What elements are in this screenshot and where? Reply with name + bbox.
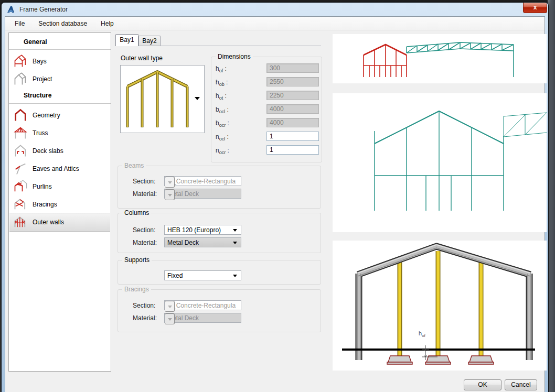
frame-generator-dialog: Frame Generator x File Section database … (1, 2, 549, 392)
purlins-icon (12, 179, 29, 194)
sidebar-item-eaves-attics[interactable]: Eaves and Attics (9, 160, 110, 178)
sidebar-item-purlins[interactable]: Purlins (9, 178, 110, 195)
hof-input (266, 63, 319, 73)
tab-bay1[interactable]: Bay1 (115, 34, 138, 46)
hof-label: hof : (216, 65, 227, 73)
columns-section-label: Section: (133, 226, 155, 234)
bracings-icon (12, 197, 29, 212)
sidebar-header-general: General (24, 38, 47, 46)
cancel-button[interactable]: Cancel (505, 379, 537, 390)
chevron-down-icon (165, 177, 175, 188)
dimensions-title: Dimensions (216, 53, 253, 60)
chevron-down-icon[interactable] (233, 229, 237, 234)
background-window-sliver (548, 0, 555, 392)
hot-input (266, 91, 319, 100)
tab-bay2[interactable]: Bay2 (138, 36, 161, 46)
hob-input (266, 77, 319, 86)
columns-title: Columns (122, 209, 151, 216)
bocr-input (266, 118, 319, 127)
bracings-title: Bracings (122, 286, 151, 293)
nocl-input[interactable] (266, 132, 319, 141)
beams-material-combo: Metal Deck (164, 189, 241, 199)
sidebar-item-bays[interactable]: Bays (9, 52, 110, 70)
preview-render-bottom: hof (333, 241, 547, 371)
bocl-label: bocl : (216, 106, 229, 114)
sidebar-item-label: Purlins (33, 183, 52, 190)
sidebar-item-geometry[interactable]: Geometry (9, 106, 110, 124)
sidebar-item-project[interactable]: Project (9, 70, 110, 88)
bracings-group: Bracings Section: M_Concrete-Rectangula … (118, 289, 321, 332)
supports-combo[interactable]: Fixed (164, 270, 241, 280)
beams-section-label: Section: (133, 178, 155, 185)
hot-label: hot : (216, 92, 227, 101)
chevron-down-icon (165, 189, 175, 200)
sidebar-item-label: Geometry (33, 112, 60, 119)
beams-section-combo: M_Concrete-Rectangula (164, 176, 241, 186)
dialog-client-area: File Section database Help General Bays (5, 16, 545, 392)
preview-elevation-top (333, 34, 547, 83)
sidebar-item-deck-slabs[interactable]: Deck slabs (9, 142, 110, 160)
sidebar-item-label: Eaves and Attics (33, 165, 79, 172)
supports-group: Supports Fixed (118, 260, 321, 285)
columns-section-combo[interactable]: HEB 120 (Europro) (164, 225, 241, 235)
chevron-down-icon[interactable] (233, 242, 237, 246)
nocr-label: nocr : (216, 147, 229, 155)
title-bar: Frame Generator (2, 3, 548, 16)
bracings-material-label: Material: (133, 314, 157, 322)
chevron-down-icon (165, 301, 175, 312)
columns-group: Columns Section: HEB 120 (Europro) Mater… (118, 213, 321, 253)
divider (9, 49, 111, 50)
outer-wall-type-combo[interactable] (120, 65, 205, 133)
app-logo-icon (7, 6, 15, 14)
menu-section-database[interactable]: Section database (33, 18, 92, 29)
dimensions-group: Dimensions hof : hob : hot : bocl : bocr… (211, 57, 322, 162)
bays-icon (12, 54, 29, 69)
menu-help[interactable]: Help (95, 18, 119, 29)
menu-file[interactable]: File (9, 18, 30, 29)
preview-elevation-middle (333, 93, 547, 232)
bracings-material-combo: Metal Deck (164, 313, 241, 323)
sidebar: General Bays Project Structure (8, 32, 111, 372)
outer-wall-type-label: Outer wall type (121, 55, 163, 62)
chevron-down-icon[interactable] (195, 97, 200, 103)
nocl-label: nocl : (216, 133, 229, 141)
sidebar-item-truss[interactable]: Truss (9, 124, 110, 142)
sidebar-item-label: Deck slabs (33, 147, 63, 155)
bracings-section-label: Section: (133, 302, 155, 309)
eaves-attics-icon (12, 161, 29, 176)
beams-group: Beams Section: M_Concrete-Rectangula Mat… (118, 166, 321, 209)
geometry-icon (12, 108, 29, 123)
bocl-input (266, 104, 319, 114)
deck-slabs-icon (12, 144, 29, 158)
sidebar-header-structure: Structure (24, 92, 51, 99)
close-icon: x (533, 4, 537, 11)
ok-button[interactable]: OK (464, 379, 501, 390)
sidebar-item-label: Truss (33, 129, 48, 137)
supports-title: Supports (122, 256, 152, 264)
divider (9, 103, 111, 104)
window-title: Frame Generator (19, 6, 68, 13)
sidebar-item-label: Bays (33, 58, 47, 65)
sidebar-item-label: Outer walls (33, 219, 64, 226)
menu-bar: File Section database Help (5, 17, 545, 30)
sidebar-item-bracings[interactable]: Bracings (9, 195, 110, 213)
tab-baseline (115, 46, 321, 46)
beams-title: Beams (122, 162, 146, 169)
chevron-down-icon (165, 313, 175, 324)
close-button[interactable]: x (523, 3, 547, 13)
truss-icon (12, 126, 29, 140)
nocr-input[interactable] (266, 145, 319, 155)
columns-material-label: Material: (133, 239, 157, 246)
bocr-label: bocr : (216, 119, 229, 128)
columns-material-combo[interactable]: Metal Deck (164, 237, 241, 247)
sidebar-item-outer-walls[interactable]: Outer walls (9, 213, 110, 232)
gable-wall-and-truss-drawing (333, 34, 547, 83)
chevron-down-icon[interactable] (233, 275, 237, 279)
beams-material-label: Material: (133, 190, 157, 198)
hob-label: hob : (216, 79, 228, 87)
project-icon (12, 72, 29, 86)
bracings-section-combo: M_Concrete-Rectangula (164, 300, 241, 310)
frame-3d-render-drawing (333, 241, 547, 371)
sidebar-item-label: Bracings (33, 201, 57, 208)
wall-frame-thumbnail (121, 66, 204, 133)
